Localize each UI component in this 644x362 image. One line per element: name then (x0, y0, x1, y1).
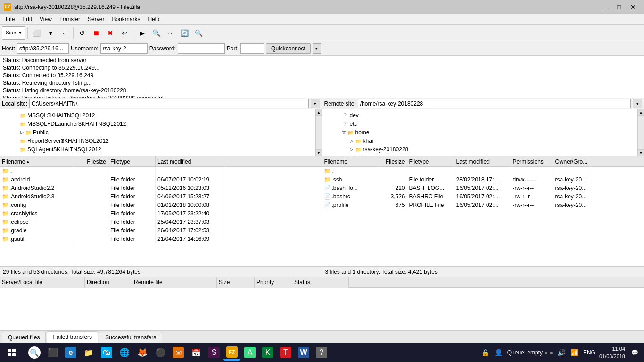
host-input[interactable] (17, 43, 69, 54)
col-header-filetype[interactable]: Filetype (407, 156, 454, 166)
local-filelist-body[interactable]: 📁.. 📁.android File folder 06/07/2017 10:… (0, 167, 322, 266)
tree-item-reportserver[interactable]: 📁 ReportServer$KHAITNSQL2012 (2, 137, 320, 145)
queue-col-priority[interactable]: Priority (255, 277, 292, 288)
expand-icon[interactable]: ▷ (19, 130, 25, 135)
user-icon[interactable]: 👤 (494, 348, 504, 357)
file-row[interactable]: 📁.gradle File folder 26/04/2017 17:02:53 (0, 226, 322, 235)
remote-path-input[interactable] (358, 99, 631, 108)
remote-filelist-body[interactable]: 📁.. 📁.ssh File folder 28/02/2018 17:... … (322, 167, 644, 266)
scroll-up[interactable]: ▲ (638, 109, 644, 116)
disconnect-btn[interactable]: ✖ (104, 26, 117, 40)
minimize-button[interactable]: — (598, 2, 612, 12)
tab-queued-files[interactable]: Queued files (2, 332, 46, 343)
remote-tree[interactable]: ? dev ? etc ▽ 📂 home ▷ 📁 (322, 109, 644, 156)
taskbar-email[interactable]: ✉ (170, 345, 187, 361)
menu-server[interactable]: Server (84, 15, 108, 24)
tree-item-public[interactable]: ▷ 📁 Public (2, 128, 320, 137)
col-header-permissions[interactable]: Permissions (511, 156, 553, 166)
start-button[interactable] (0, 343, 24, 362)
file-row[interactable]: 📁.ssh File folder 28/02/2018 17:... drwx… (322, 175, 644, 184)
stop-transfer-btn[interactable]: ⏹ (90, 26, 103, 40)
taskbar-firefox[interactable]: 🦊 (134, 345, 151, 361)
taskbar-task-view[interactable]: ⬛ (44, 345, 61, 361)
synchronized-btn[interactable]: 🔄 (178, 26, 191, 40)
col-header-modified[interactable]: Last modified (156, 156, 226, 166)
taskbar-search[interactable]: 🔍 (25, 345, 43, 361)
file-row[interactable]: 📁.. (322, 167, 644, 175)
maximize-button[interactable]: □ (612, 2, 626, 12)
new-tab-btn[interactable]: ⬜ (30, 26, 43, 40)
tree-item-mssqlfd[interactable]: 📁 MSSQLFDLauncher$KHAITNSQL2012 (2, 120, 320, 128)
tree-item-home[interactable]: ▽ 📂 home (324, 128, 643, 137)
file-row[interactable]: 📁.eclipse File folder 25/04/2017 23:37:0… (0, 218, 322, 226)
process-queue-btn[interactable]: ▶ (135, 26, 149, 40)
port-input[interactable] (240, 43, 264, 54)
file-row[interactable]: 📄.bashrc 3,526 BASHRC File 16/05/2017 02… (322, 192, 644, 201)
taskbar-chrome[interactable]: ⚫ (152, 345, 169, 361)
compare-btn[interactable]: ↔ (164, 26, 177, 40)
scroll-track[interactable] (316, 116, 322, 149)
taskbar-android-studio[interactable]: A (241, 345, 258, 361)
file-row[interactable]: 📁.gsutil File folder 21/04/2017 14:16:09 (0, 235, 322, 243)
site-manager-dropdown[interactable]: Sites ▾ (2, 26, 25, 40)
local-tree-scrollbar[interactable]: ▲ ▼ (315, 109, 322, 156)
tab-failed-transfers[interactable]: Failed transfers (47, 331, 98, 343)
taskbar-word[interactable]: W (295, 345, 312, 361)
remote-tree-scrollbar[interactable]: ▲ ▼ (637, 109, 644, 156)
password-input[interactable] (178, 43, 225, 54)
local-path-dropdown[interactable]: ▾ (311, 99, 320, 108)
file-row[interactable]: 📁.android File folder 06/07/2017 10:02:1… (0, 175, 322, 184)
scroll-down[interactable]: ▼ (316, 149, 322, 156)
taskbar-unknown[interactable]: ? (313, 345, 330, 361)
collapse-icon[interactable]: ▽ (341, 130, 347, 135)
unknown-btn[interactable]: ↔ (58, 26, 71, 40)
taskbar-kaspersky[interactable]: K (259, 345, 276, 361)
taskbar-calendar[interactable]: 📅 (188, 345, 205, 361)
menu-help[interactable]: Help (144, 15, 163, 24)
tree-item-khai[interactable]: ▷ 📁 khai (324, 137, 643, 145)
tree-item-mssql[interactable]: 📁 MSSQL$KHAITNSQL2012 (2, 111, 320, 120)
expand-icon[interactable]: ▷ (349, 138, 355, 144)
taskbar-ie[interactable]: 🌐 (116, 345, 133, 361)
speaker-icon[interactable]: 🔊 (557, 348, 566, 357)
tab-successful-transfers[interactable]: Successful transfers (99, 332, 162, 343)
queue-col-remote[interactable]: Remote file (132, 277, 217, 288)
filter-btn[interactable]: 🔍 (149, 26, 163, 40)
local-tree[interactable]: 📁 MSSQL$KHAITNSQL2012 📁 MSSQLFDLauncher$… (0, 109, 322, 156)
network-icon[interactable]: 📶 (570, 348, 579, 357)
file-row[interactable]: 📄.bash_lo... 220 BASH_LOG... 16/05/2017 … (322, 184, 644, 192)
cancel-btn[interactable]: ↩ (118, 26, 131, 40)
quickconnect-dropdown[interactable]: ▾ (313, 43, 321, 54)
file-row[interactable]: 📄.profile 675 PROFILE File 16/05/2017 02… (322, 201, 644, 209)
scroll-up[interactable]: ▲ (316, 109, 322, 116)
expand-icon[interactable]: ▷ (349, 147, 355, 152)
col-header-modified[interactable]: Last modified (454, 156, 511, 166)
file-row[interactable]: 📁.. (0, 167, 322, 175)
taskbar-slack[interactable]: S (206, 345, 223, 361)
queue-col-size[interactable]: Size (217, 277, 255, 288)
file-row[interactable]: 📁.config File folder 01/01/2018 10:00:08 (0, 201, 322, 209)
close-button[interactable]: ✕ (626, 2, 640, 12)
queue-col-direction[interactable]: Direction (85, 277, 132, 288)
lock-icon[interactable]: 🔒 (481, 348, 490, 357)
quickconnect-button[interactable]: Quickconnect (266, 43, 311, 54)
menu-transfer[interactable]: Transfer (56, 15, 84, 24)
notification-center[interactable]: 💬 (629, 347, 640, 358)
col-header-filename[interactable]: Filename (322, 156, 379, 166)
username-input[interactable] (100, 43, 148, 54)
tab-dropdown-btn[interactable]: ▾ (44, 26, 57, 40)
search-remote-btn[interactable]: 🔍 (192, 26, 205, 40)
local-path-input[interactable] (29, 99, 308, 108)
col-header-filesize[interactable]: Filesize (75, 156, 108, 166)
taskbar-trend[interactable]: T (277, 345, 294, 361)
queue-col-server[interactable]: Server/Local file (0, 277, 85, 288)
col-header-filename[interactable]: Filename ▲ (0, 156, 75, 166)
file-row[interactable]: 📁.AndroidStudio2.3 File folder 04/06/201… (0, 192, 322, 201)
menu-bookmarks[interactable]: Bookmarks (108, 15, 144, 24)
tree-item-dev[interactable]: ? dev (324, 111, 643, 120)
col-header-filetype[interactable]: Filetype (108, 156, 156, 166)
scroll-down[interactable]: ▼ (638, 149, 644, 156)
tree-item-rsa-key[interactable]: ▷ 📁 rsa-key-20180228 (324, 145, 643, 154)
remote-path-dropdown[interactable]: ▾ (633, 99, 642, 108)
col-header-filesize[interactable]: Filesize (379, 156, 407, 166)
